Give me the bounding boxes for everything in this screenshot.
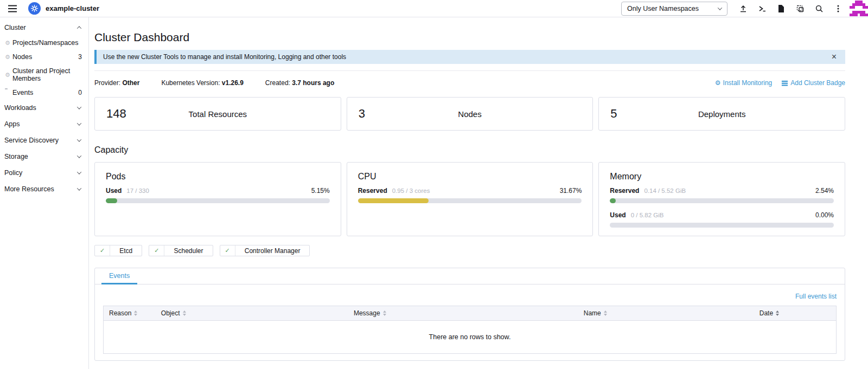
sidebar-group-label: Storage <box>4 153 28 160</box>
sidebar-group-label: Policy <box>4 169 22 177</box>
stat-label: Nodes <box>347 109 593 119</box>
pods-used-bar <box>106 198 330 203</box>
copy-kubeconfig-icon[interactable] <box>793 2 807 16</box>
sidebar-item-label: Events <box>12 89 33 96</box>
chevron-down-icon <box>77 170 81 174</box>
column-header-object[interactable]: Object <box>156 309 348 317</box>
header-actions: ⚙ Install Monitoring Add Cluster Badge <box>715 79 845 87</box>
stat-value: 5 <box>610 107 617 121</box>
chevron-down-icon <box>77 153 81 158</box>
memory-reserved-bar <box>610 198 834 203</box>
cluster-tools-banner: Use the new Cluster Tools to manage and … <box>94 50 845 64</box>
folder-icon <box>5 90 12 96</box>
status-badge-controller-manager: ✓ Controller Manager <box>220 245 310 256</box>
component-status-row: ✓ Etcd ✓ Scheduler ✓ Controller Manager <box>94 245 845 256</box>
cluster-name: example-cluster <box>46 4 99 12</box>
namespace-filter-value: Only User Namespaces <box>627 5 699 12</box>
tab-events[interactable]: Events <box>101 268 137 284</box>
badge-icon <box>781 80 788 87</box>
column-header-name[interactable]: Name <box>578 309 754 317</box>
sidebar-group-policy[interactable]: Policy <box>0 165 88 181</box>
sidebar-item-cluster-project-members[interactable]: ⚙ Cluster and Project Members <box>0 64 88 86</box>
gauge-label-row: Reserved 0.14 / 5.52 GiB 2.54% <box>610 187 834 195</box>
chevron-down-icon <box>77 186 81 190</box>
sidebar-group-more-resources[interactable]: More Resources <box>0 181 88 197</box>
capacity-card-cpu: CPU Reserved 0.95 / 3 cores 31.67% <box>347 162 593 236</box>
capacity-card-title: Memory <box>610 172 834 182</box>
events-panel-body: Full events list Reason Object Message <box>95 292 845 354</box>
events-panel: Events Full events list Reason Object <box>94 268 845 361</box>
sidebar-item-nodes[interactable]: ⚙ Nodes 3 <box>0 50 88 64</box>
sidebar-item-projects-namespaces[interactable]: ⚙ Projects/Namespaces <box>0 36 88 50</box>
capacity-card-title: CPU <box>358 172 582 182</box>
stat-card-deployments: Deployments 5 <box>598 97 845 131</box>
capacity-heading: Capacity <box>94 145 845 155</box>
chevron-down-icon <box>718 5 722 10</box>
events-table: Reason Object Message Name <box>103 306 837 354</box>
sidebar-item-label: Nodes <box>12 53 32 61</box>
sidebar-group-service-discovery[interactable]: Service Discovery <box>0 132 88 148</box>
stat-card-total-resources: Total Resources 148 <box>94 97 341 131</box>
cluster-meta-row: Provider: Other Kubernetes Version: v1.2… <box>94 79 845 87</box>
capacity-card-memory: Memory Reserved 0.14 / 5.52 GiB 2.54% Us… <box>598 162 845 236</box>
kebab-menu-icon[interactable] <box>831 2 845 16</box>
sort-icon <box>383 310 386 316</box>
add-cluster-badge-link[interactable]: Add Cluster Badge <box>781 79 845 87</box>
sort-icon <box>604 310 607 316</box>
memory-used-bar <box>610 223 834 228</box>
user-avatar[interactable] <box>850 0 868 17</box>
gauge-label-row: Reserved 0.95 / 3 cores 31.67% <box>358 187 582 195</box>
stat-label: Total Resources <box>95 109 341 119</box>
capacity-row: Pods Used 17 / 330 5.15% CPU Reserved 0.… <box>94 162 845 236</box>
stat-value: 148 <box>106 107 126 121</box>
hamburger-menu-icon[interactable] <box>5 2 20 16</box>
header-right: Only User Namespaces <box>621 0 868 17</box>
sidebar-item-count: 3 <box>78 53 82 61</box>
sidebar-group-storage[interactable]: Storage <box>0 148 88 165</box>
kubernetes-version-meta: Kubernetes Version: v1.26.9 <box>161 79 243 87</box>
sort-icon <box>134 310 137 316</box>
sidebar-group-workloads[interactable]: Workloads <box>0 100 88 116</box>
chevron-down-icon <box>77 105 81 109</box>
sidebar-item-events[interactable]: Events 0 <box>0 86 88 100</box>
sidebar-item-count: 0 <box>78 89 82 96</box>
full-events-row: Full events list <box>103 292 837 300</box>
stats-row: Total Resources 148 Nodes 3 Deployments … <box>94 97 845 131</box>
tab-bar: Events <box>95 268 845 284</box>
chevron-up-icon <box>77 26 81 30</box>
kubernetes-logo-icon[interactable] <box>28 2 41 15</box>
sidebar-group-apps[interactable]: Apps <box>0 116 88 132</box>
column-header-date[interactable]: Date <box>754 309 836 317</box>
column-header-reason[interactable]: Reason <box>104 309 156 317</box>
sort-icon <box>776 310 779 316</box>
sidebar: Cluster ⚙ Projects/Namespaces ⚙ Nodes 3 … <box>0 17 89 369</box>
gear-icon: ⚙ <box>5 54 12 60</box>
kubectl-shell-icon[interactable] <box>755 2 769 16</box>
gauge-label-row: Used 17 / 330 5.15% <box>106 187 330 195</box>
install-monitoring-link[interactable]: ⚙ Install Monitoring <box>715 79 772 87</box>
sidebar-group-label: Service Discovery <box>4 137 59 144</box>
main-content: Cluster Dashboard Use the new Cluster To… <box>89 17 868 369</box>
namespace-filter-dropdown[interactable]: Only User Namespaces <box>621 2 727 16</box>
search-icon[interactable] <box>812 2 826 16</box>
events-empty-state: There are no rows to show. <box>104 321 836 353</box>
sidebar-group-cluster[interactable]: Cluster <box>0 20 88 36</box>
sidebar-group-label: Workloads <box>4 104 36 112</box>
gauge-label-row: Used 0 / 5.82 GiB 0.00% <box>610 211 834 219</box>
cpu-reserved-bar <box>358 198 582 203</box>
sidebar-item-label: Cluster and Project Members <box>12 67 82 82</box>
full-events-list-link[interactable]: Full events list <box>795 293 837 300</box>
stat-card-nodes: Nodes 3 <box>347 97 593 131</box>
column-header-message[interactable]: Message <box>348 309 578 317</box>
header-icon-group <box>736 2 845 16</box>
sidebar-group-label: Cluster <box>4 24 26 31</box>
close-icon[interactable]: × <box>832 53 837 61</box>
gear-icon: ⚙ <box>5 40 12 46</box>
check-icon: ✓ <box>95 245 110 256</box>
import-yaml-icon[interactable] <box>736 2 750 16</box>
download-kubeconfig-icon[interactable] <box>774 2 788 16</box>
chevron-down-icon <box>77 137 81 141</box>
capacity-card-title: Pods <box>106 172 330 182</box>
events-table-header: Reason Object Message Name <box>104 306 836 321</box>
divider <box>94 70 845 71</box>
